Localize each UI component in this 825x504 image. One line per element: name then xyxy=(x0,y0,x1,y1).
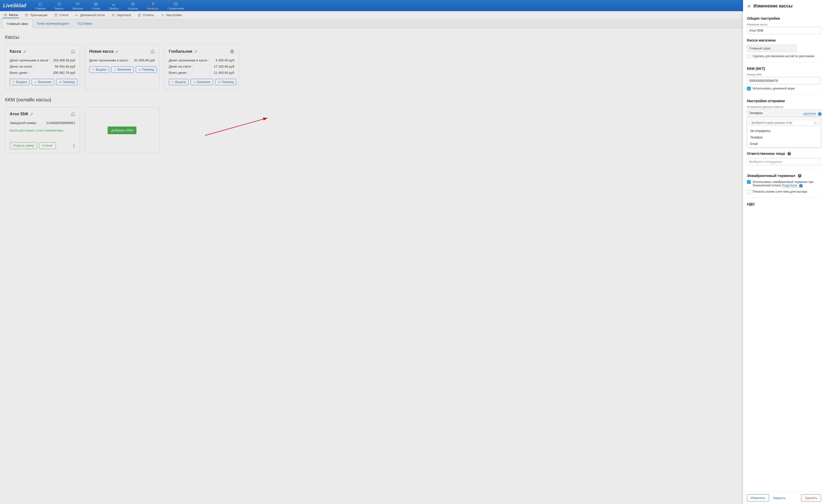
deposit-button[interactable]: Внесение xyxy=(31,79,54,85)
kkm-section-title: ККМ (ККТ) xyxy=(747,66,821,71)
transfer-button[interactable]: Перевод xyxy=(56,79,77,85)
nav-Корзина[interactable]: Корзина xyxy=(123,0,143,11)
kkm-status: Касса доступна с этого компьютера xyxy=(10,129,75,132)
chevron-down-icon xyxy=(817,161,819,163)
tab-Точка приема/выдачи[interactable]: Точка приема/выдачи xyxy=(32,19,73,28)
store-section-title: Касса магазина xyxy=(747,38,821,42)
subnav-Кассы[interactable]: Кассы xyxy=(2,12,19,18)
home-icon xyxy=(71,112,75,116)
dropdown-option[interactable]: Email xyxy=(747,141,821,147)
name-label: Название кассы xyxy=(747,23,821,26)
nav-Справочники[interactable]: Справочники xyxy=(163,0,189,11)
name-input[interactable] xyxy=(747,27,821,34)
withdraw-button[interactable]: Выдача xyxy=(89,66,109,73)
send-section-title: Настройки отправки xyxy=(747,99,821,103)
open-shift-button[interactable]: Открыть смену xyxy=(10,142,37,149)
subnav-Настройки[interactable]: Настройки xyxy=(159,12,183,18)
deposit-button[interactable]: Внесение xyxy=(191,79,213,85)
transfer-button[interactable]: Перевод xyxy=(136,66,157,73)
svg-point-9 xyxy=(162,15,163,16)
withdraw-button[interactable]: Выдача xyxy=(169,79,189,85)
subnav-Транзакции[interactable]: Транзакции xyxy=(24,12,49,18)
home-icon xyxy=(150,49,155,54)
default-checkbox[interactable] xyxy=(747,55,751,58)
responsible-section-title: Ответственное лицо? xyxy=(747,151,821,156)
send-data-label: Отправлять данные клиента xyxy=(747,105,821,109)
kkm-card: Атол 55Ф Заводской номер : 0149060506089… xyxy=(5,107,80,153)
close-icon[interactable] xyxy=(747,4,751,8)
kkm-card-title: Атол 55Ф xyxy=(10,112,28,116)
more-icon[interactable] xyxy=(73,143,75,148)
edit-icon[interactable] xyxy=(194,50,198,53)
svg-rect-4 xyxy=(25,14,28,16)
nav-Финансы[interactable]: ₽Финансы xyxy=(143,0,163,11)
add-kkm-button[interactable]: Добавить ККМ xyxy=(107,127,136,134)
svg-point-3 xyxy=(5,14,6,15)
sub-nav: КассыТранзакцииСчетаДенежный потокЗарпла… xyxy=(0,11,825,19)
deposit-button[interactable]: Внесение xyxy=(111,66,134,73)
tab-Главный офис[interactable]: Главный офис xyxy=(2,19,32,28)
office-tabs: Главный офисТочка приема/выдачиТЦ Galaxy xyxy=(0,19,825,28)
nav-Магазин[interactable]: Магазин xyxy=(68,0,87,11)
svg-point-11 xyxy=(814,122,816,124)
general-section-title: Общие настройки xyxy=(747,16,821,20)
more-link[interactable]: одробнее ? xyxy=(803,112,822,116)
help-icon: ? xyxy=(788,152,791,155)
svg-text:₽: ₽ xyxy=(152,2,155,6)
kkm-number-select[interactable]: 0000000003056478 xyxy=(747,77,821,84)
serial-value: 0149060506089651 xyxy=(47,121,75,125)
edit-kassa-panel: Изменение кассы Общие настройки Название… xyxy=(743,0,825,167)
chevron-down-icon xyxy=(817,80,819,82)
nav-Склад[interactable]: Склад xyxy=(87,0,104,11)
add-kkm-card: Добавить ККМ xyxy=(84,107,159,153)
subnav-Счета[interactable]: Счета xyxy=(53,12,69,18)
default-checkbox-label: Сделать для магазина кассой по умолчанию xyxy=(753,55,815,58)
home-icon xyxy=(71,49,75,54)
dropdown-option[interactable]: Не отправлять xyxy=(747,128,821,134)
send-data-dropdown: Не отправлятьТелефонEmail xyxy=(747,118,821,147)
subnav-Денежный поток[interactable]: Денежный поток xyxy=(74,12,106,18)
drawer-checkbox-label: Использовать денежный ящик xyxy=(753,87,795,90)
edit-icon[interactable] xyxy=(115,50,119,53)
transfer-button[interactable]: Перевод xyxy=(215,79,236,85)
nav-Главная[interactable]: Главная xyxy=(30,0,50,11)
globe-icon xyxy=(230,49,234,54)
section-title-kassy: Кассы xyxy=(5,34,820,40)
svg-point-7 xyxy=(112,15,113,15)
edit-icon[interactable] xyxy=(23,50,26,53)
tab-ТЦ Galaxy[interactable]: ТЦ Galaxy xyxy=(73,19,96,28)
svg-rect-2 xyxy=(4,14,7,16)
dropdown-option[interactable]: Телефон xyxy=(747,134,821,141)
kkm-number-label: Номер ККМ xyxy=(747,73,821,76)
help-icon: ? xyxy=(818,112,822,116)
subnav-Зарплата[interactable]: Зарплата xyxy=(110,12,132,18)
svg-rect-1 xyxy=(174,3,178,5)
edit-icon[interactable] xyxy=(30,112,33,116)
nav-Прайсы[interactable]: Прайсы xyxy=(104,0,123,11)
logo: LiveSklad xyxy=(0,3,30,8)
responsible-select[interactable]: Выберите сотрудника xyxy=(747,158,821,165)
serial-label: Заводской номер : xyxy=(10,121,38,125)
kassa-card: Глобальная Денег наличными в кассе :4 30… xyxy=(164,45,239,89)
subnav-Отчеты[interactable]: Отчеты xyxy=(136,12,155,18)
section-title-kkm: ККМ (онлайн кассы) xyxy=(5,97,820,102)
drawer-checkbox[interactable] xyxy=(747,87,751,90)
search-icon xyxy=(814,121,817,125)
x-report-button[interactable]: X-отчет xyxy=(39,142,56,149)
top-nav: LiveSklad ГлавнаяЗаказыМагазинСкладПрайс… xyxy=(0,0,825,11)
kassa-card: Касса Денег наличными в кассе :150 408.3… xyxy=(5,45,80,89)
nav-Заказы[interactable]: Заказы xyxy=(50,0,68,11)
dropdown-search-input[interactable] xyxy=(751,121,812,125)
panel-title: Изменение кассы xyxy=(753,3,793,9)
store-select[interactable]: Главный офис xyxy=(747,45,797,52)
main-content: Кассы Касса Денег наличными в кассе :150… xyxy=(0,28,825,167)
withdraw-button[interactable]: Выдача xyxy=(10,79,29,85)
kassa-card: Новая касса Денег наличными в кассе :61 … xyxy=(84,45,159,89)
